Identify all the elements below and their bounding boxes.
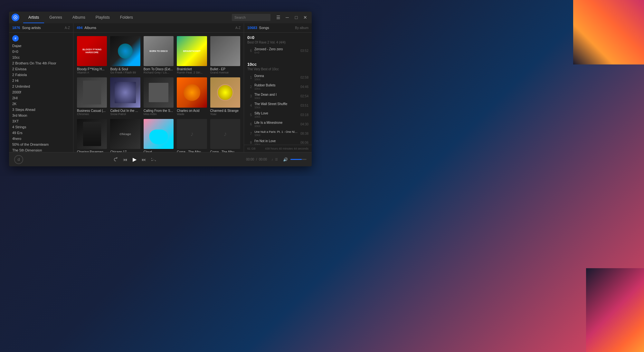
- song-duration: 03:18: [300, 113, 308, 117]
- artist-item[interactable]: 49 Ers: [9, 130, 73, 136]
- song-name: Zeroxed - Zero zero: [254, 47, 298, 51]
- song-info: I'm Not in Love 10cc: [254, 139, 298, 145]
- artist-item[interactable]: 2000f: [9, 89, 73, 95]
- song-sub: 10cc: [254, 115, 298, 118]
- song-item[interactable]: 8 I'm Not in Love 10cc 06:06: [244, 138, 312, 145]
- album-card[interactable]: Bullet - EP Grand Avenue: [209, 34, 242, 76]
- album-card[interactable]: Charles on Acid Wade: [175, 76, 208, 117]
- song-item[interactable]: 1 Donna 10cc 02:58: [244, 73, 312, 82]
- artist-item[interactable]: Dajae: [9, 43, 73, 49]
- album-card[interactable]: Calling From the S... Miss Kittin: [142, 76, 175, 117]
- queue-icon[interactable]: ☰: [275, 158, 278, 161]
- artist-list: # Dajae 0=0 10cc 2 Brothers On The 4th F…: [9, 33, 73, 152]
- album-thumb: [77, 77, 107, 107]
- tab-genres[interactable]: Genres: [44, 12, 67, 23]
- songs-panel-header: 10683 Songs By album: [244, 23, 312, 33]
- tab-albums[interactable]: Albums: [67, 12, 90, 23]
- artist-item[interactable]: 0=0: [9, 49, 73, 54]
- album-card[interactable]: BORN TO DISCO Born To Disco (Ext... Rich…: [142, 34, 175, 76]
- album-name: Business Casual (...: [77, 109, 107, 112]
- song-info: Zeroxed - Zero zero 0=0: [254, 47, 298, 54]
- album-thumb: [110, 36, 140, 66]
- song-item[interactable]: 7 Une Nuit a Paris: Pt. 1 - One Night in…: [244, 129, 312, 138]
- artist-item[interactable]: 10cc: [9, 54, 73, 60]
- song-item[interactable]: 4 The Wall Street Shuffle 10cc 03:51: [244, 101, 312, 110]
- artist-item[interactable]: 4hero: [9, 136, 73, 142]
- artists-title: Song artists: [22, 26, 41, 30]
- repeat-button[interactable]: [113, 157, 118, 162]
- menu-button[interactable]: ☰: [274, 14, 282, 21]
- album-thumb: ♪: [210, 119, 240, 149]
- artist-item[interactable]: 3 Steps Ahead: [9, 107, 73, 112]
- artist-item[interactable]: 3rd Moon: [9, 112, 73, 118]
- songs-sort[interactable]: By album: [295, 26, 308, 30]
- albums-sort[interactable]: A-Z: [235, 26, 241, 30]
- song-name: The Wall Street Shuffle: [254, 102, 298, 106]
- album-name: Born To Disco (Ext...: [144, 67, 174, 71]
- next-button[interactable]: ⏭: [142, 157, 146, 162]
- album-card[interactable]: Business Casual (... Chromeo: [75, 76, 109, 117]
- album-card[interactable]: Called Out In the ... Snow Patrol: [109, 76, 142, 117]
- song-sub: 10cc: [254, 78, 298, 81]
- tab-folders[interactable]: Folders: [115, 12, 138, 23]
- song-number: 8: [247, 141, 252, 144]
- song-item[interactable]: 2 Rubber Bullets 10cc 04:46: [244, 82, 312, 92]
- song-duration: 03:51: [300, 104, 308, 107]
- album-thumb: BRAINTICKET: [177, 36, 207, 66]
- song-artist-name: 10cc: [244, 59, 312, 67]
- artist-item[interactable]: 2HI: [9, 95, 73, 101]
- minimize-button[interactable]: ─: [283, 14, 291, 21]
- artists-count-area: 1876 Song artists: [12, 26, 41, 30]
- albums-title: Albums: [84, 26, 96, 30]
- close-button[interactable]: ✕: [301, 14, 309, 21]
- album-card[interactable]: Cloud Gruuve: [142, 117, 175, 152]
- song-item[interactable]: 6 Life Is a Minestrone 10cc 04:30: [244, 120, 312, 129]
- artist-item[interactable]: 4 Strings: [9, 124, 73, 130]
- previous-button[interactable]: ⏮: [123, 157, 128, 162]
- song-item[interactable]: 5 Silly Love 10cc 03:18: [244, 110, 312, 120]
- album-card[interactable]: BLOODY F**KING HARDCORE Bloody F**King H…: [75, 34, 109, 76]
- album-card[interactable]: Chicago Chicago 17 Chicago: [109, 117, 142, 152]
- artist-item[interactable]: 3XT: [9, 118, 73, 124]
- maximize-button[interactable]: □: [292, 14, 300, 21]
- artist-item[interactable]: 2 Eivissa: [9, 66, 73, 72]
- artists-sort[interactable]: A-Z: [65, 26, 70, 30]
- album-card[interactable]: ♪ Coma - The Albu... Ultrimate Seduction: [209, 117, 242, 152]
- song-info: The Dean and I 10cc: [254, 93, 298, 100]
- song-item[interactable]: 3 The Dean and I 10cc 02:54: [244, 92, 312, 101]
- album-artist: Chromeo: [77, 112, 107, 116]
- artist-item[interactable]: 2 Hi: [9, 78, 73, 83]
- song-artist-section: 10cc The Very Best of 10cc 1 Donna 10cc …: [244, 59, 312, 145]
- album-artist: Wade: [177, 112, 207, 116]
- artist-item[interactable]: 2 Fabiola: [9, 72, 73, 78]
- artist-item[interactable]: 2 Brothers On The 4th Floor: [9, 60, 73, 66]
- tab-artists[interactable]: Artists: [23, 12, 44, 23]
- artist-item[interactable]: 50% of the Dreamteam: [9, 142, 73, 147]
- album-card[interactable]: Chasing Pavemen... Adele: [75, 117, 109, 152]
- playback-bar: d ⏮ ▶ ⏭ 00:00 / 00:00 ♪ ☰: [9, 152, 312, 166]
- songs-title: Songs: [259, 26, 269, 30]
- album-card[interactable]: Body & Soul Go Freek / Flash 89: [109, 34, 142, 76]
- time-total: 00:00: [259, 158, 267, 161]
- album-artist: Yoav: [210, 112, 240, 116]
- music-note-icon: ♪: [271, 158, 273, 161]
- songs-count-area: 10683 Songs: [247, 26, 269, 30]
- song-duration: 08:38: [300, 132, 308, 135]
- shuffle-button[interactable]: [151, 157, 156, 162]
- artist-item[interactable]: The 5th Dimension: [9, 147, 73, 152]
- artist-item[interactable]: 2K: [9, 101, 73, 107]
- play-button[interactable]: ▶: [133, 156, 137, 162]
- search-input[interactable]: [232, 14, 270, 21]
- album-card[interactable]: ♪ Coma - The Albu... abfahrt: [175, 117, 208, 152]
- song-item[interactable]: 6 Zeroxed - Zero zero 0=0 03:52: [244, 46, 312, 55]
- time-separator: /: [256, 158, 257, 161]
- albums-count: 494: [77, 26, 82, 30]
- album-card[interactable]: BRAINTICKET Brainticket Ramin Feat. 2 St…: [175, 34, 208, 76]
- song-info: Life Is a Minestrone 10cc: [254, 121, 298, 128]
- album-card[interactable]: Charmed & Strange Yoav: [209, 76, 242, 117]
- artists-count: 1876: [12, 26, 20, 30]
- tab-playlists[interactable]: Playlists: [90, 12, 115, 23]
- volume-bar[interactable]: [290, 159, 307, 160]
- artist-item[interactable]: 2 Unlimited: [9, 83, 73, 89]
- artist-hash-icon[interactable]: #: [12, 35, 19, 42]
